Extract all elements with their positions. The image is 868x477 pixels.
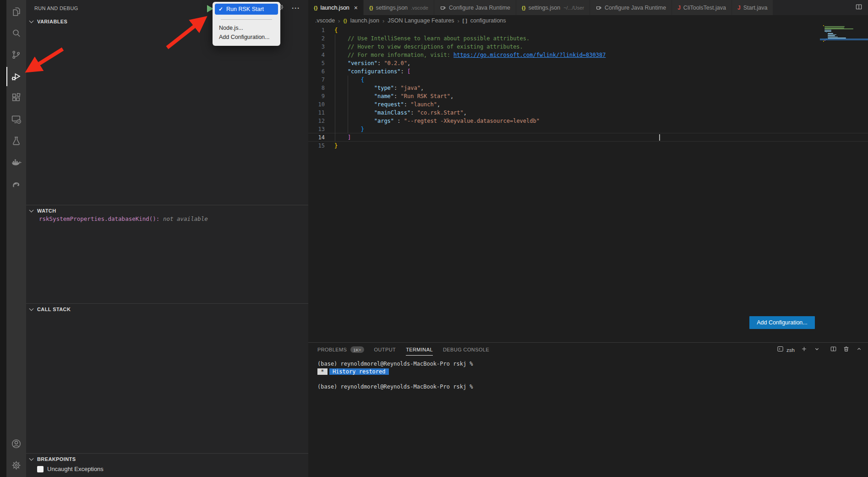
- code-text: // Use IntelliSense to learn about possi…: [334, 34, 530, 43]
- panel-tab-problems[interactable]: PROBLEMS1K+: [317, 346, 364, 356]
- tab-configure-java-runtime[interactable]: Configure Java Runtime: [590, 0, 672, 15]
- code-line-5[interactable]: 5 "version": "0.2.0",: [308, 59, 868, 67]
- watch-expression: rskSystemProperties.databaseKind():: [39, 215, 159, 222]
- history-restored-chip: History restored: [329, 368, 389, 375]
- activity-bar-top: [6, 1, 26, 195]
- panel-tab-bar: PROBLEMS1K+OUTPUTTERMINALDEBUG CONSOLE: [317, 346, 489, 356]
- code-text: }: [334, 142, 338, 150]
- extensions-icon[interactable]: [6, 87, 26, 109]
- code-line-2[interactable]: 2 // Use IntelliSense to learn about pos…: [308, 34, 868, 43]
- json-file-icon: {}: [314, 5, 318, 11]
- code-text: {: [334, 26, 338, 34]
- minimap[interactable]: [823, 25, 867, 46]
- shell-label[interactable]: zsh: [786, 347, 795, 353]
- breadcrumb-item--vscode[interactable]: .vscode: [315, 17, 335, 24]
- activity-bar-bottom: [6, 433, 26, 476]
- tab-configure-java-runtime[interactable]: Configure Java Runtime: [434, 0, 516, 15]
- terminal-launch-chevron-icon[interactable]: [813, 345, 820, 354]
- close-icon[interactable]: ×: [354, 4, 358, 11]
- code-line-9[interactable]: 9 "name": "Run RSK Start",: [308, 92, 868, 100]
- code-line-7[interactable]: 7 {: [308, 76, 868, 84]
- minimap-line: [828, 33, 833, 34]
- active-view-indicator: [6, 67, 7, 86]
- line-number: 1: [308, 26, 331, 34]
- code-text: // For more information, visit: https://…: [334, 51, 606, 59]
- dropdown-item-node-js-[interactable]: Node.js...: [213, 23, 280, 33]
- current-line-highlight: [308, 133, 868, 142]
- tab-settings-json[interactable]: {}settings.json~/.../User: [516, 0, 590, 15]
- breadcrumb-item-json-language-features[interactable]: JSON Language Features: [388, 17, 454, 24]
- tab-description: .vscode: [411, 5, 428, 11]
- breadcrumb-item-configurations[interactable]: configurations: [470, 17, 506, 24]
- code-line-8[interactable]: 8 "type": "java",: [308, 84, 868, 92]
- code-line-1[interactable]: 1{: [308, 26, 868, 34]
- run-and-debug-sidebar: RUN AND DEBUG ··· VARIABLES WATCH rskSys…: [26, 0, 308, 477]
- minimap-line: [824, 27, 844, 28]
- history-star-chip: *: [317, 368, 328, 375]
- terminal-line: [317, 375, 473, 383]
- panel-tab-debug-console[interactable]: DEBUG CONSOLE: [443, 347, 489, 355]
- uncaught-exceptions-checkbox[interactable]: [37, 466, 44, 472]
- code-line-11[interactable]: 11 "mainClass": "co.rsk.Start",: [308, 109, 868, 117]
- split-terminal-icon[interactable]: [830, 345, 837, 354]
- tab-start-java[interactable]: JStart.java: [732, 0, 774, 15]
- settings-gear-icon[interactable]: [6, 455, 26, 476]
- call-stack-section-header[interactable]: CALL STACK: [26, 304, 308, 314]
- dropdown-item-run-rsk-start[interactable]: ✓ Run RSK Start: [215, 4, 278, 15]
- tab-label: Configure Java Runtime: [449, 5, 510, 11]
- line-number: 7: [308, 76, 331, 84]
- watch-label: WATCH: [37, 208, 56, 214]
- code-line-4[interactable]: 4 // For more information, visit: https:…: [308, 51, 868, 59]
- java-file-icon: J: [677, 5, 681, 11]
- line-number: 6: [308, 67, 331, 76]
- minimap-line: [823, 25, 824, 26]
- remote-explorer-icon[interactable]: [6, 109, 26, 130]
- panel-tab-terminal[interactable]: TERMINAL: [406, 347, 433, 356]
- dropdown-item-add-configuration-[interactable]: Add Configuration...: [213, 33, 280, 42]
- new-terminal-plus-icon[interactable]: [801, 345, 808, 354]
- minimap-line: [826, 32, 827, 33]
- breakpoints-label: BREAKPOINTS: [37, 456, 76, 462]
- source-control-icon[interactable]: [6, 44, 26, 66]
- code-line-15[interactable]: 15}: [308, 142, 868, 150]
- dropdown-separator: [221, 19, 272, 20]
- account-icon[interactable]: [6, 433, 26, 455]
- kill-terminal-trash-icon[interactable]: [843, 345, 850, 354]
- code-line-13[interactable]: 13 }: [308, 125, 868, 133]
- gradle-icon[interactable]: [6, 173, 26, 195]
- activity-bar: [6, 0, 26, 477]
- json-file-icon: {}: [522, 5, 526, 11]
- sidebar-more-actions-icon[interactable]: ···: [292, 4, 300, 12]
- code-line-12[interactable]: 12 "args" : "--regtest -Xkeyvalue.dataso…: [308, 117, 868, 125]
- code-line-10[interactable]: 10 "request": "launch",: [308, 100, 868, 109]
- docker-icon[interactable]: [6, 152, 26, 173]
- watch-value: not available: [163, 215, 208, 222]
- test-icon[interactable]: [6, 130, 26, 152]
- explorer-icon[interactable]: [6, 1, 26, 22]
- line-number: 15: [308, 142, 331, 150]
- minimap-slider[interactable]: [820, 38, 868, 40]
- terminal-icon: [777, 345, 784, 354]
- split-editor-icon[interactable]: [855, 3, 863, 12]
- indent-guide: [335, 34, 335, 142]
- code-text: "version": "0.2.0",: [334, 59, 410, 67]
- breadcrumb-item-launch-json[interactable]: launch.json: [350, 17, 379, 24]
- editor-actions: [855, 0, 863, 15]
- maximize-panel-chevron-icon[interactable]: [856, 345, 863, 354]
- code-line-3[interactable]: 3 // Hover to view descriptions of exist…: [308, 43, 868, 51]
- minimap-line: [823, 41, 824, 42]
- code-text: "mainClass": "co.rsk.Start",: [334, 109, 467, 117]
- tab-launch-json[interactable]: {}launch.json×: [308, 0, 364, 15]
- search-icon[interactable]: [6, 22, 26, 44]
- watch-section-header[interactable]: WATCH: [26, 205, 308, 216]
- panel-tab-output[interactable]: OUTPUT: [374, 347, 396, 355]
- tab-settings-json[interactable]: {}settings.json.vscode: [364, 0, 434, 15]
- run-and-debug-icon[interactable]: [6, 66, 26, 87]
- breakpoints-section-header[interactable]: BREAKPOINTS: [26, 454, 308, 464]
- tab-label: settings.json: [529, 5, 560, 11]
- terminal-content[interactable]: (base) reynoldmorel@Reynolds-MacBook-Pro…: [317, 360, 473, 390]
- code-line-6[interactable]: 6 "configurations": [: [308, 67, 868, 76]
- tab-clitoolstest-java[interactable]: JCliToolsTest.java: [672, 0, 732, 15]
- add-configuration-button[interactable]: Add Configuration...: [749, 316, 815, 329]
- watch-expression-row[interactable]: rskSystemProperties.databaseKind(): not …: [39, 215, 208, 225]
